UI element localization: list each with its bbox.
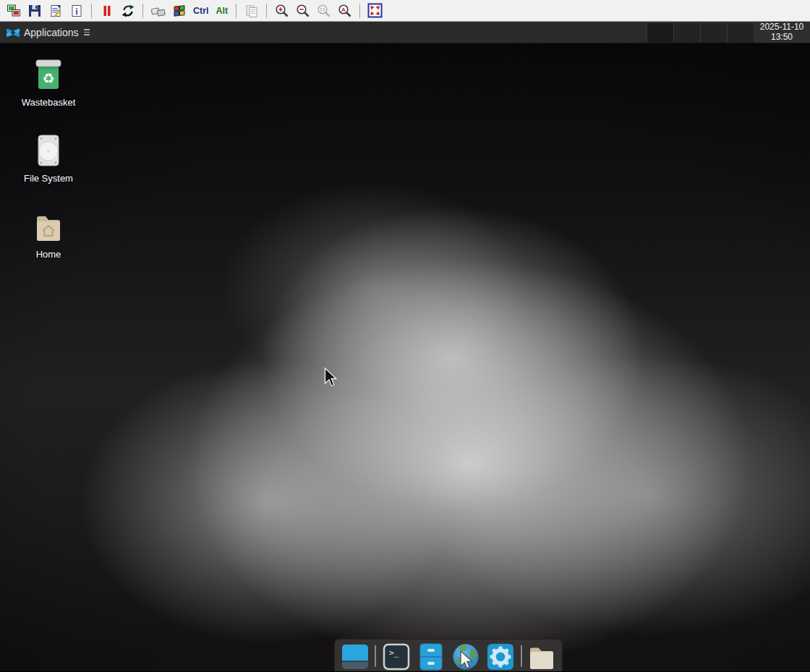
mouse-cursor <box>324 367 338 388</box>
toolbar-separator <box>359 4 360 18</box>
dock-web-browser-button[interactable] <box>451 642 480 671</box>
screen: i <box>0 0 810 672</box>
zoom-in-icon <box>275 4 289 18</box>
applications-menu-button[interactable]: Applications <box>0 22 96 43</box>
dock-folder-button[interactable] <box>527 642 557 671</box>
dock-separator <box>375 645 376 667</box>
refresh-icon <box>121 4 135 18</box>
desktop-icon-file-system[interactable]: File System <box>16 134 81 184</box>
alt-key-button[interactable]: Alt <box>213 1 231 20</box>
desktop-icon <box>341 642 370 671</box>
settings-gear-icon <box>486 642 515 671</box>
refresh-button[interactable] <box>118 1 137 20</box>
send-windows-key-button[interactable] <box>169 1 189 20</box>
dock: >_ <box>334 639 563 671</box>
folder-icon <box>527 642 556 671</box>
connection-info-button[interactable]: i <box>67 1 86 20</box>
workspace-switcher <box>647 22 754 43</box>
desktop-wallpaper[interactable]: ♻ Wastebasket File System <box>0 43 810 671</box>
svg-text:A: A <box>341 7 346 13</box>
dock-terminal-button[interactable]: >_ <box>381 642 411 671</box>
save-icon <box>27 4 42 18</box>
xfce-logo-icon <box>7 27 20 38</box>
pause-button[interactable] <box>97 1 116 20</box>
workspace-2[interactable] <box>673 22 700 43</box>
zoom-100-icon <box>317 4 331 18</box>
zoom-out-icon <box>296 4 310 18</box>
zoom-auto-icon: A <box>338 4 352 18</box>
ctrl-key-button[interactable]: Ctrl <box>190 1 212 20</box>
clock-date: 2025-11-10 <box>756 22 807 33</box>
zoom-auto-button[interactable]: A <box>335 1 354 20</box>
desktop-icon-label: File System <box>24 173 73 184</box>
svg-text:>_: >_ <box>389 648 399 658</box>
terminal-icon: >_ <box>382 642 411 671</box>
new-connection-button[interactable] <box>4 1 23 20</box>
file-cabinet-icon <box>417 642 446 671</box>
clock-time: 13:50 <box>756 33 807 43</box>
home-folder-icon <box>31 210 66 244</box>
connection-options-button[interactable] <box>46 1 65 20</box>
toolbar-separator <box>236 4 236 18</box>
toolbar-separator <box>266 4 267 18</box>
xfce-panel: Applications 2025-11-10 13:50 <box>0 22 810 43</box>
dock-file-manager-button[interactable] <box>416 642 446 671</box>
clock[interactable]: 2025-11-10 13:50 <box>754 22 810 43</box>
file-transfer-button[interactable] <box>242 1 261 20</box>
pause-icon <box>100 4 114 18</box>
dock-settings-button[interactable] <box>486 642 516 671</box>
wastebasket-icon: ♻ <box>31 58 66 93</box>
zoom-100-button[interactable] <box>314 1 333 20</box>
vnc-toolbar: i <box>0 0 810 22</box>
new-connection-icon <box>7 4 21 18</box>
windows-key-icon <box>172 4 187 18</box>
desktop-icon-label: Wastebasket <box>22 97 76 108</box>
desktop-icon-wastebasket[interactable]: ♻ Wastebasket <box>16 58 81 108</box>
desktop-icon-home[interactable]: Home <box>16 210 81 260</box>
file-system-icon <box>31 134 66 169</box>
web-browser-icon <box>451 642 480 671</box>
workspace-1[interactable] <box>647 22 673 43</box>
info-icon: i <box>69 4 84 18</box>
panel-spacer <box>96 22 647 43</box>
options-icon <box>48 4 63 18</box>
ctrl-alt-del-keys-icon <box>150 4 166 18</box>
applications-label: Applications <box>24 27 79 38</box>
toolbar-separator <box>142 4 143 18</box>
dock-separator <box>521 645 522 667</box>
menu-lines-icon <box>84 29 90 35</box>
fullscreen-icon <box>367 3 383 18</box>
dock-desktop-settings-button[interactable] <box>340 642 370 671</box>
workspace-4[interactable] <box>727 22 754 43</box>
zoom-out-button[interactable] <box>293 1 312 20</box>
fullscreen-button[interactable] <box>365 1 385 20</box>
svg-text:♻: ♻ <box>42 70 54 86</box>
send-ctrl-alt-del-button[interactable] <box>148 1 168 20</box>
toolbar-separator <box>91 4 92 18</box>
file-transfer-icon <box>244 4 259 18</box>
workspace-3[interactable] <box>700 22 727 43</box>
desktop-icon-label: Home <box>36 249 61 260</box>
save-session-button[interactable] <box>25 1 44 20</box>
zoom-in-button[interactable] <box>272 1 291 20</box>
